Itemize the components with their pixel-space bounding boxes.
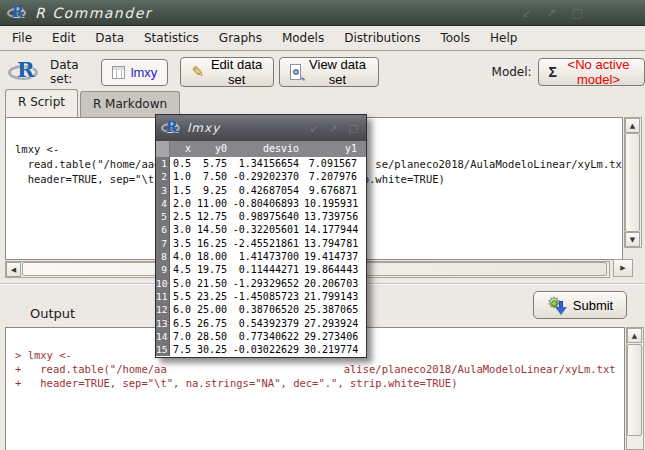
cell-x: 5.5 — [170, 290, 196, 303]
window-titlebar[interactable]: R R Commander ↙ ↗ □ — [0, 0, 645, 26]
window-menu-icon[interactable]: □ — [349, 123, 358, 134]
cell-desvio: -0.80406893 — [232, 197, 304, 210]
row-number: 14 — [156, 330, 170, 343]
table-row: 14 7.0 28.50 0.77340622 29.273406 — [156, 330, 366, 343]
cell-y0: 11.00 — [196, 197, 232, 210]
r-logo-icon: R — [8, 60, 40, 84]
row-number: 15 — [156, 343, 170, 356]
table-icon — [112, 66, 124, 79]
cell-y0: 19.75 — [196, 263, 232, 276]
cell-y1: 21.799143 — [304, 290, 362, 303]
tabbar: R Script R Markdown — [5, 91, 180, 117]
r-logo-icon: R — [7, 5, 27, 21]
cell-x: 0.5 — [170, 157, 196, 170]
table-row: 15 7.5 30.25 -0.03022629 30.219774 — [156, 343, 366, 356]
row-number: 5 — [156, 210, 170, 223]
row-number: 9 — [156, 263, 170, 276]
cell-y1: 19.414737 — [304, 250, 362, 263]
scroll-left-icon[interactable]: ◀ — [6, 262, 21, 277]
cell-y1: 20.206703 — [304, 277, 362, 290]
cell-x: 1.0 — [170, 170, 196, 183]
submit-button[interactable]: ⚙ Submit — [533, 291, 627, 319]
dataset-table-header: xy0desvioy1 — [156, 141, 366, 157]
cell-x: 7.0 — [170, 330, 196, 343]
output-label: Output — [30, 306, 75, 321]
menu-item[interactable]: Distributions — [334, 27, 430, 49]
cell-desvio: 0.77340622 — [232, 330, 304, 343]
cell-y1: 13.794781 — [304, 237, 362, 250]
cell-desvio: -2.45521861 — [232, 237, 304, 250]
scroll-right-icon[interactable]: ▶ — [613, 259, 633, 277]
table-row: 5 2.5 12.75 0.98975640 13.739756 — [156, 210, 366, 223]
model-label: Model: — [492, 65, 532, 79]
menu-item[interactable]: Models — [272, 27, 334, 49]
active-model-button[interactable]: Σ <No active model> — [538, 58, 645, 86]
cell-y1: 7.091567 — [304, 157, 362, 170]
cell-desvio: -1.29329652 — [232, 277, 304, 290]
view-dataset-button[interactable]: View data set — [279, 57, 378, 87]
unmaximize-icon[interactable]: ↙ — [310, 123, 318, 134]
cell-x: 5.0 — [170, 277, 196, 290]
cell-y0: 26.75 — [196, 317, 232, 330]
cell-y0: 14.50 — [196, 223, 232, 236]
magnifier-document-icon — [290, 64, 301, 80]
menu-item[interactable]: Tools — [430, 27, 480, 49]
column-header: y1 — [304, 141, 362, 157]
cell-desvio: 0.38706520 — [232, 303, 304, 316]
cell-y0: 23.25 — [196, 290, 232, 303]
scroll-up-icon[interactable]: ▲ — [627, 328, 642, 343]
edit-dataset-button[interactable]: ✎ Edit data set — [180, 57, 274, 87]
active-dataset-button[interactable]: lmxy — [101, 59, 168, 86]
cell-y1: 10.195931 — [304, 197, 362, 210]
toolbar: R Data set: lmxy ✎ Edit data set View da… — [0, 52, 645, 92]
cell-y1: 7.207976 — [304, 170, 362, 183]
cell-y1: 29.273406 — [304, 330, 362, 343]
table-row: 12 6.0 25.00 0.38706520 25.387065 — [156, 303, 366, 316]
sigma-icon: Σ — [549, 64, 557, 80]
maximize-icon[interactable]: ↗ — [547, 6, 557, 20]
row-number: 6 — [156, 223, 170, 236]
cell-y0: 28.50 — [196, 330, 232, 343]
tab-r-script-label: R Script — [18, 95, 65, 109]
cell-y0: 16.25 — [196, 237, 232, 250]
tab-r-script[interactable]: R Script — [5, 89, 78, 117]
menu-item[interactable]: Statistics — [134, 27, 209, 49]
row-number: 10 — [156, 277, 170, 290]
cell-y0: 12.75 — [196, 210, 232, 223]
cell-x: 3.0 — [170, 223, 196, 236]
cell-y1: 13.739756 — [304, 210, 362, 223]
cell-desvio: 0.11444271 — [232, 263, 304, 276]
unmaximize-icon[interactable]: ↙ — [522, 6, 532, 20]
scroll-up-icon[interactable]: ▲ — [625, 118, 640, 133]
menu-item[interactable]: File — [2, 27, 42, 49]
tab-r-markdown-label: R Markdown — [93, 97, 167, 111]
dataset-viewer-titlebar[interactable]: R lmxy ↙ ↗ □ — [156, 115, 366, 141]
menu-item[interactable]: Edit — [42, 27, 85, 49]
table-row: 11 5.5 23.25 -1.45085723 21.799143 — [156, 290, 366, 303]
menu-item[interactable]: Help — [480, 27, 527, 49]
scrollbar-thumb[interactable] — [627, 344, 642, 436]
window-menu-icon[interactable]: □ — [572, 6, 583, 20]
row-number: 7 — [156, 237, 170, 250]
cell-y1: 14.177944 — [304, 223, 362, 236]
cell-y1: 9.676871 — [304, 184, 362, 197]
row-number: 4 — [156, 197, 170, 210]
cell-desvio: 0.42687054 — [232, 184, 304, 197]
column-header: desvio — [232, 141, 304, 157]
menu-item[interactable]: Data — [85, 27, 134, 49]
window-title: R Commander — [35, 5, 152, 21]
output-vertical-scrollbar[interactable]: ▲ — [626, 327, 644, 450]
cell-desvio: 0.98975640 — [232, 210, 304, 223]
cell-desvio: 0.54392379 — [232, 317, 304, 330]
row-number: 3 — [156, 184, 170, 197]
cell-y1: 30.219774 — [304, 343, 362, 356]
script-vertical-scrollbar[interactable]: ▲ ▼ — [624, 117, 642, 248]
cell-y0: 21.50 — [196, 277, 232, 290]
scrollbar-thumb[interactable] — [625, 133, 640, 232]
cell-desvio: -0.29202370 — [232, 170, 304, 183]
scroll-down-icon[interactable]: ▼ — [625, 232, 640, 247]
maximize-icon[interactable]: ↗ — [329, 123, 337, 134]
cell-x: 1.5 — [170, 184, 196, 197]
menu-item[interactable]: Graphs — [209, 27, 272, 49]
dataset-label: Data set: — [50, 58, 93, 86]
